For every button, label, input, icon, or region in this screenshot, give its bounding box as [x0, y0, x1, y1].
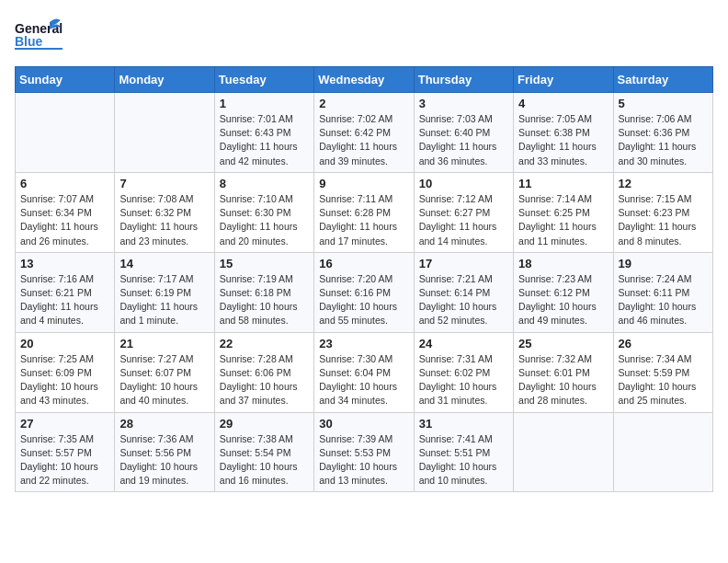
day-info: Sunrise: 7:41 AMSunset: 5:51 PMDaylight:…	[419, 432, 508, 488]
calendar-cell: 20Sunrise: 7:25 AMSunset: 6:09 PMDayligh…	[16, 332, 115, 412]
calendar-cell: 5Sunrise: 7:06 AMSunset: 6:36 PMDaylight…	[613, 93, 712, 173]
calendar-cell	[16, 93, 115, 173]
day-number: 7	[119, 177, 209, 190]
day-info: Sunrise: 7:05 AMSunset: 6:38 PMDaylight:…	[518, 112, 608, 168]
day-info: Sunrise: 7:02 AMSunset: 6:42 PMDaylight:…	[319, 112, 408, 168]
day-number: 26	[619, 337, 708, 350]
calendar-week-4: 20Sunrise: 7:25 AMSunset: 6:09 PMDayligh…	[16, 332, 713, 412]
day-number: 3	[419, 97, 508, 110]
calendar-header-wednesday: Wednesday	[314, 67, 414, 93]
day-info: Sunrise: 7:36 AMSunset: 5:56 PMDaylight:…	[119, 432, 209, 488]
day-number: 8	[220, 177, 309, 190]
day-number: 13	[20, 257, 109, 270]
day-number: 11	[518, 177, 608, 190]
day-info: Sunrise: 7:15 AMSunset: 6:23 PMDaylight:…	[619, 192, 708, 248]
day-number: 4	[518, 97, 608, 110]
day-number: 23	[319, 337, 408, 350]
day-number: 10	[419, 177, 508, 190]
day-info: Sunrise: 7:23 AMSunset: 6:12 PMDaylight:…	[518, 272, 608, 328]
day-info: Sunrise: 7:14 AMSunset: 6:25 PMDaylight:…	[518, 192, 608, 248]
calendar-table: SundayMondayTuesdayWednesdayThursdayFrid…	[15, 66, 713, 492]
day-info: Sunrise: 7:32 AMSunset: 6:01 PMDaylight:…	[518, 352, 608, 408]
calendar-header-thursday: Thursday	[414, 67, 513, 93]
day-info: Sunrise: 7:21 AMSunset: 6:14 PMDaylight:…	[419, 272, 508, 328]
calendar-cell: 21Sunrise: 7:27 AMSunset: 6:07 PMDayligh…	[115, 332, 214, 412]
day-info: Sunrise: 7:35 AMSunset: 5:57 PMDaylight:…	[20, 432, 109, 488]
day-number: 6	[20, 177, 109, 190]
day-number: 21	[119, 337, 209, 350]
calendar-cell: 23Sunrise: 7:30 AMSunset: 6:04 PMDayligh…	[314, 332, 414, 412]
day-number: 1	[220, 97, 309, 110]
calendar-week-5: 27Sunrise: 7:35 AMSunset: 5:57 PMDayligh…	[16, 412, 713, 492]
calendar-header-saturday: Saturday	[613, 67, 712, 93]
logo: General Blue	[15, 15, 63, 55]
calendar-cell: 29Sunrise: 7:38 AMSunset: 5:54 PMDayligh…	[214, 412, 313, 492]
calendar-cell: 17Sunrise: 7:21 AMSunset: 6:14 PMDayligh…	[414, 252, 513, 332]
calendar-cell	[514, 412, 613, 492]
calendar-cell: 1Sunrise: 7:01 AMSunset: 6:43 PMDaylight…	[214, 93, 313, 173]
calendar-cell: 12Sunrise: 7:15 AMSunset: 6:23 PMDayligh…	[613, 172, 712, 252]
calendar-cell: 24Sunrise: 7:31 AMSunset: 6:02 PMDayligh…	[414, 332, 513, 412]
calendar-cell: 22Sunrise: 7:28 AMSunset: 6:06 PMDayligh…	[214, 332, 313, 412]
day-number: 9	[319, 177, 408, 190]
calendar-week-3: 13Sunrise: 7:16 AMSunset: 6:21 PMDayligh…	[16, 252, 713, 332]
day-number: 24	[419, 337, 508, 350]
calendar-header-sunday: Sunday	[16, 67, 115, 93]
day-info: Sunrise: 7:10 AMSunset: 6:30 PMDaylight:…	[220, 192, 309, 248]
day-info: Sunrise: 7:03 AMSunset: 6:40 PMDaylight:…	[419, 112, 508, 168]
day-number: 18	[518, 257, 608, 270]
calendar-week-1: 1Sunrise: 7:01 AMSunset: 6:43 PMDaylight…	[16, 93, 713, 173]
calendar-cell: 9Sunrise: 7:11 AMSunset: 6:28 PMDaylight…	[314, 172, 414, 252]
day-info: Sunrise: 7:17 AMSunset: 6:19 PMDaylight:…	[119, 272, 209, 328]
calendar-cell: 28Sunrise: 7:36 AMSunset: 5:56 PMDayligh…	[115, 412, 214, 492]
calendar-cell: 4Sunrise: 7:05 AMSunset: 6:38 PMDaylight…	[514, 93, 613, 173]
calendar-cell: 30Sunrise: 7:39 AMSunset: 5:53 PMDayligh…	[314, 412, 414, 492]
day-info: Sunrise: 7:08 AMSunset: 6:32 PMDaylight:…	[119, 192, 209, 248]
day-number: 25	[518, 337, 608, 350]
day-info: Sunrise: 7:16 AMSunset: 6:21 PMDaylight:…	[20, 272, 109, 328]
calendar-header-monday: Monday	[115, 67, 214, 93]
calendar-cell: 7Sunrise: 7:08 AMSunset: 6:32 PMDaylight…	[115, 172, 214, 252]
day-info: Sunrise: 7:34 AMSunset: 5:59 PMDaylight:…	[619, 352, 708, 408]
day-number: 12	[619, 177, 708, 190]
calendar-cell	[613, 412, 712, 492]
day-info: Sunrise: 7:06 AMSunset: 6:36 PMDaylight:…	[619, 112, 708, 168]
calendar-cell: 31Sunrise: 7:41 AMSunset: 5:51 PMDayligh…	[414, 412, 513, 492]
day-number: 14	[119, 257, 209, 270]
calendar-cell: 27Sunrise: 7:35 AMSunset: 5:57 PMDayligh…	[16, 412, 115, 492]
calendar-week-2: 6Sunrise: 7:07 AMSunset: 6:34 PMDaylight…	[16, 172, 713, 252]
calendar-cell: 18Sunrise: 7:23 AMSunset: 6:12 PMDayligh…	[514, 252, 613, 332]
calendar-header-row: SundayMondayTuesdayWednesdayThursdayFrid…	[16, 67, 713, 93]
calendar-cell: 15Sunrise: 7:19 AMSunset: 6:18 PMDayligh…	[214, 252, 313, 332]
day-info: Sunrise: 7:12 AMSunset: 6:27 PMDaylight:…	[419, 192, 508, 248]
day-number: 15	[220, 257, 309, 270]
day-number: 22	[220, 337, 309, 350]
day-info: Sunrise: 7:39 AMSunset: 5:53 PMDaylight:…	[319, 432, 408, 488]
calendar-cell: 8Sunrise: 7:10 AMSunset: 6:30 PMDaylight…	[214, 172, 313, 252]
day-number: 31	[419, 417, 508, 431]
calendar-cell: 14Sunrise: 7:17 AMSunset: 6:19 PMDayligh…	[115, 252, 214, 332]
day-number: 16	[319, 257, 408, 270]
day-info: Sunrise: 7:11 AMSunset: 6:28 PMDaylight:…	[319, 192, 408, 248]
day-number: 2	[319, 97, 408, 110]
calendar-cell: 6Sunrise: 7:07 AMSunset: 6:34 PMDaylight…	[16, 172, 115, 252]
day-number: 29	[220, 417, 309, 431]
day-info: Sunrise: 7:30 AMSunset: 6:04 PMDaylight:…	[319, 352, 408, 408]
day-info: Sunrise: 7:24 AMSunset: 6:11 PMDaylight:…	[619, 272, 708, 328]
day-number: 20	[20, 337, 109, 350]
calendar-cell: 19Sunrise: 7:24 AMSunset: 6:11 PMDayligh…	[613, 252, 712, 332]
svg-text:Blue: Blue	[15, 34, 43, 49]
day-info: Sunrise: 7:38 AMSunset: 5:54 PMDaylight:…	[220, 432, 309, 488]
calendar-cell: 11Sunrise: 7:14 AMSunset: 6:25 PMDayligh…	[514, 172, 613, 252]
calendar-cell: 25Sunrise: 7:32 AMSunset: 6:01 PMDayligh…	[514, 332, 613, 412]
day-number: 19	[619, 257, 708, 270]
day-number: 28	[119, 417, 209, 431]
calendar-cell: 10Sunrise: 7:12 AMSunset: 6:27 PMDayligh…	[414, 172, 513, 252]
page-header: General Blue	[15, 15, 713, 55]
day-info: Sunrise: 7:01 AMSunset: 6:43 PMDaylight:…	[220, 112, 309, 168]
calendar-cell	[115, 93, 214, 173]
calendar-cell: 2Sunrise: 7:02 AMSunset: 6:42 PMDaylight…	[314, 93, 414, 173]
calendar-header-friday: Friday	[514, 67, 613, 93]
calendar-cell: 26Sunrise: 7:34 AMSunset: 5:59 PMDayligh…	[613, 332, 712, 412]
calendar-cell: 13Sunrise: 7:16 AMSunset: 6:21 PMDayligh…	[16, 252, 115, 332]
